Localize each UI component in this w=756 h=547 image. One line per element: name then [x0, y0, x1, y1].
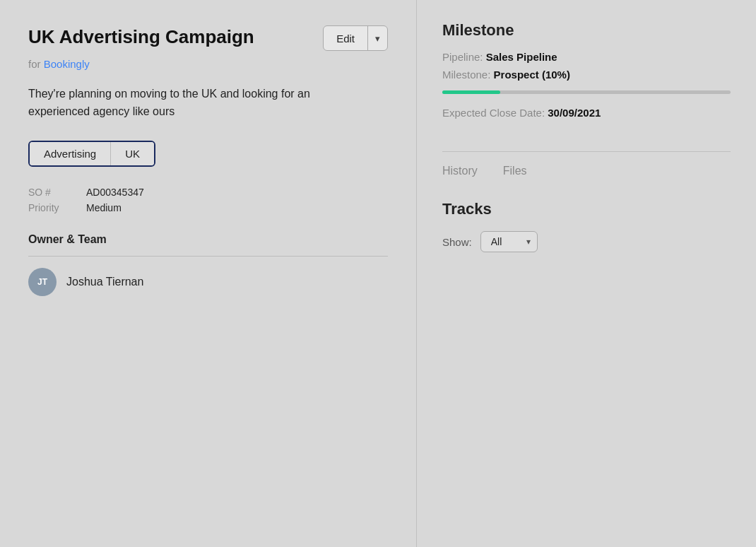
tabs-row: History Files — [442, 165, 731, 180]
priority-row: Priority Medium — [28, 202, 388, 213]
so-label: SO # — [28, 187, 78, 198]
owner-row: JT Joshua Tiernan — [28, 268, 388, 296]
for-company: for Bookingly — [28, 58, 388, 70]
priority-value: Medium — [86, 202, 122, 213]
show-select[interactable]: All Mine Team — [480, 231, 538, 252]
company-link[interactable]: Bookingly — [44, 58, 90, 70]
tag-advertising: Advertising — [30, 142, 110, 165]
priority-label: Priority — [28, 202, 78, 213]
for-label: for — [28, 58, 41, 70]
avatar: JT — [28, 268, 57, 296]
tags-box: Advertising UK — [28, 141, 155, 167]
tab-history[interactable]: History — [442, 165, 478, 180]
pipeline-label: Pipeline: — [442, 51, 483, 63]
edit-button-group: Edit ▾ — [323, 25, 388, 51]
right-panel: Milestone Pipeline: Sales Pipeline Miles… — [417, 0, 756, 547]
so-row: SO # AD00345347 — [28, 187, 388, 198]
edit-button[interactable]: Edit — [324, 26, 368, 50]
tag-uk: UK — [110, 142, 154, 165]
owner-divider — [28, 256, 388, 257]
tracks-title: Tracks — [442, 200, 731, 218]
tracks-section: Tracks Show: All Mine Team — [442, 200, 731, 252]
pipeline-value: Sales Pipeline — [486, 51, 557, 63]
milestone-value: Prospect (10%) — [494, 69, 570, 81]
deal-description: They're planning on moving to the UK and… — [28, 86, 367, 121]
owner-team-heading: Owner & Team — [28, 233, 388, 246]
progress-bar-background — [442, 90, 731, 94]
deal-title: UK Advertising Campaign — [28, 25, 254, 49]
milestone-title: Milestone — [442, 21, 731, 40]
left-panel: UK Advertising Campaign Edit ▾ for Booki… — [0, 0, 417, 547]
tab-files[interactable]: Files — [503, 165, 527, 180]
right-divider — [442, 151, 731, 152]
close-date-label: Expected Close Date: — [442, 107, 545, 119]
title-row: UK Advertising Campaign Edit ▾ — [28, 25, 388, 51]
show-label: Show: — [442, 236, 472, 248]
progress-bar-fill — [442, 90, 500, 94]
close-date-value: 30/09/2021 — [548, 107, 601, 119]
edit-dropdown-button[interactable]: ▾ — [368, 26, 387, 50]
so-value: AD00345347 — [86, 187, 144, 198]
chevron-down-icon: ▾ — [375, 33, 380, 44]
close-date-row: Expected Close Date: 30/09/2021 — [442, 107, 731, 119]
show-select-wrapper: All Mine Team — [480, 231, 538, 252]
pipeline-row: Pipeline: Sales Pipeline — [442, 51, 731, 63]
owner-name: Joshua Tiernan — [66, 276, 143, 288]
milestone-row: Milestone: Prospect (10%) — [442, 69, 731, 81]
tags-container: Advertising UK — [28, 141, 388, 167]
show-row: Show: All Mine Team — [442, 231, 731, 252]
meta-section: SO # AD00345347 Priority Medium — [28, 187, 388, 213]
milestone-section: Milestone Pipeline: Sales Pipeline Miles… — [442, 21, 731, 119]
milestone-label: Milestone: — [442, 69, 490, 81]
